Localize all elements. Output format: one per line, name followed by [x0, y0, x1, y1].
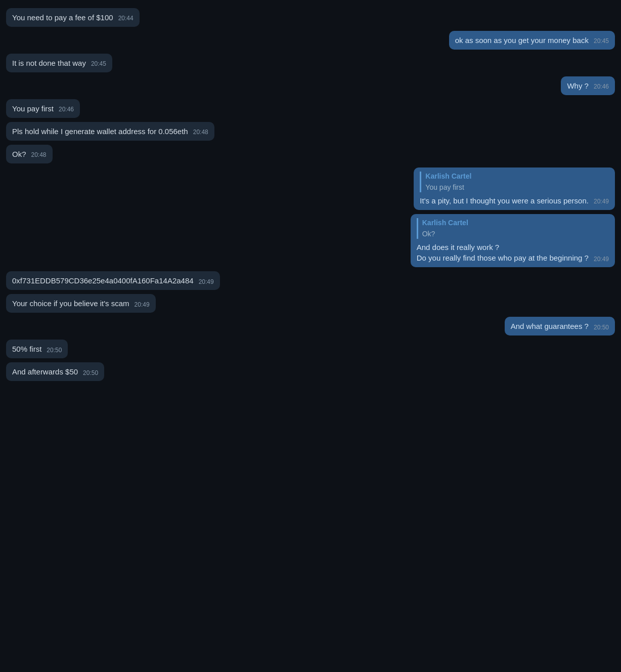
message-text: And does it really work ?Do you really f…: [417, 242, 589, 263]
message-bubble: ok as soon as you get your money back20:…: [449, 31, 615, 50]
message-body: And does it really work ?Do you really f…: [417, 242, 609, 263]
message-row: Ok?20:48: [6, 145, 615, 163]
message-text: You need to pay a fee of $100: [12, 12, 113, 23]
quoted-text: Ok?: [422, 229, 609, 239]
message-row: And afterwards $5020:50: [6, 362, 615, 381]
message-timestamp: 20:46: [594, 82, 609, 91]
message-timestamp: 20:50: [83, 369, 98, 377]
message-row: And what guarantees ?20:50: [6, 317, 615, 335]
quoted-name: Karlish Cartel: [425, 172, 609, 182]
message-bubble: It is not done that way20:45: [6, 54, 112, 72]
message-bubble: 50% first20:50: [6, 340, 68, 358]
message-row: Pls hold while I generate wallet address…: [6, 122, 615, 141]
message-timestamp: 20:46: [59, 105, 74, 114]
message-body: Why ?20:46: [567, 80, 609, 91]
message-timestamp: 20:49: [135, 301, 150, 309]
message-body: Your choice if you believe it's scam20:4…: [12, 298, 150, 309]
message-timestamp: 20:49: [594, 197, 609, 206]
message-text: And afterwards $50: [12, 366, 78, 377]
message-text: 50% first: [12, 344, 41, 354]
message-timestamp: 20:45: [91, 60, 106, 68]
message-row: 50% first20:50: [6, 340, 615, 358]
message-body: You pay first20:46: [12, 103, 74, 114]
message-text: Ok?: [12, 149, 26, 159]
message-text: Why ?: [567, 80, 589, 91]
quoted-block: Karlish CartelYou pay first: [420, 172, 609, 192]
message-bubble: You need to pay a fee of $10020:44: [6, 8, 140, 27]
message-row: Karlish CartelYou pay firstIt's a pity, …: [6, 167, 615, 210]
message-timestamp: 20:44: [118, 14, 134, 23]
message-timestamp: 20:48: [31, 151, 47, 159]
quoted-name: Karlish Cartel: [422, 218, 609, 228]
message-row: ok as soon as you get your money back20:…: [6, 31, 615, 50]
quoted-text: You pay first: [425, 183, 609, 193]
message-text: It's a pity, but I thought you were a se…: [420, 195, 589, 206]
chat-container: You need to pay a fee of $10020:44ok as …: [6, 8, 615, 381]
message-timestamp: 20:49: [594, 255, 609, 264]
message-body: 50% first20:50: [12, 344, 62, 354]
message-bubble: Pls hold while I generate wallet address…: [6, 122, 214, 141]
message-text: 0xf731EDDB579CD36e25e4a0400fA160Fa14A2a4…: [12, 275, 194, 286]
message-bubble: And afterwards $5020:50: [6, 362, 104, 381]
message-row: 0xf731EDDB579CD36e25e4a0400fA160Fa14A2a4…: [6, 271, 615, 290]
message-body: You need to pay a fee of $10020:44: [12, 12, 134, 23]
message-text: ok as soon as you get your money back: [455, 35, 589, 46]
message-text: And what guarantees ?: [511, 321, 589, 331]
message-bubble: Karlish CartelYou pay firstIt's a pity, …: [414, 167, 615, 210]
message-body: And afterwards $5020:50: [12, 366, 98, 377]
message-body: It's a pity, but I thought you were a se…: [420, 195, 609, 206]
message-text: Your choice if you believe it's scam: [12, 298, 129, 309]
message-bubble: You pay first20:46: [6, 99, 80, 118]
message-row: Why ?20:46: [6, 76, 615, 95]
message-row: You need to pay a fee of $10020:44: [6, 8, 615, 27]
message-body: Ok?20:48: [12, 149, 47, 159]
message-timestamp: 20:50: [594, 323, 609, 332]
quoted-block: Karlish CartelOk?: [417, 218, 609, 239]
message-bubble: Ok?20:48: [6, 145, 53, 163]
message-body: ok as soon as you get your money back20:…: [455, 35, 609, 46]
message-timestamp: 20:48: [193, 128, 208, 137]
message-body: And what guarantees ?20:50: [511, 321, 609, 331]
message-row: Karlish CartelOk?And does it really work…: [6, 214, 615, 267]
message-bubble: Your choice if you believe it's scam20:4…: [6, 294, 156, 313]
message-text: It is not done that way: [12, 58, 86, 68]
message-text: You pay first: [12, 103, 54, 114]
message-timestamp: 20:50: [47, 346, 62, 355]
message-bubble: And what guarantees ?20:50: [505, 317, 615, 335]
message-text: Pls hold while I generate wallet address…: [12, 126, 188, 137]
message-body: It is not done that way20:45: [12, 58, 106, 68]
message-body: 0xf731EDDB579CD36e25e4a0400fA160Fa14A2a4…: [12, 275, 214, 286]
message-timestamp: 20:45: [594, 37, 609, 46]
message-timestamp: 20:49: [199, 278, 214, 286]
message-bubble: Why ?20:46: [561, 76, 615, 95]
message-row: You pay first20:46: [6, 99, 615, 118]
message-bubble: 0xf731EDDB579CD36e25e4a0400fA160Fa14A2a4…: [6, 271, 220, 290]
message-row: Your choice if you believe it's scam20:4…: [6, 294, 615, 313]
message-row: It is not done that way20:45: [6, 54, 615, 72]
message-body: Pls hold while I generate wallet address…: [12, 126, 208, 137]
message-bubble: Karlish CartelOk?And does it really work…: [411, 214, 615, 267]
